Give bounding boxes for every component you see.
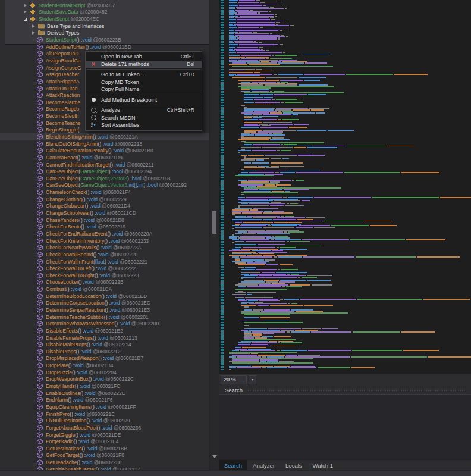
tab-analyzer[interactable]: Analyzer	[247, 460, 280, 471]
tree-row-method[interactable]: CheckForWallToLeft() : void @06002222	[0, 265, 209, 272]
tree-row-method[interactable]: DisableFemaleProps() : void @06002213	[0, 334, 209, 342]
tree-row-method[interactable]: ChangeClothing() : void @06002229	[0, 196, 209, 203]
tree-row-constructor[interactable]: StudentScript() : void @0600223B	[0, 36, 209, 43]
scrollbar-thumb[interactable]	[212, 211, 216, 234]
tree-row-method[interactable]: DropPlate() : void @060021B4	[0, 362, 209, 369]
tree-row-method[interactable]: ChooseLocker() : void @0600222B	[0, 279, 209, 286]
tree-row-method[interactable]: EmptyHands() : void @060021FC	[0, 383, 209, 390]
search-pane[interactable]: Search	[219, 385, 471, 459]
tab-locals[interactable]: Locals	[280, 460, 307, 471]
method-icon	[37, 155, 43, 161]
method-icon	[37, 65, 43, 71]
tree-row-folder[interactable]: Derived Types	[0, 30, 209, 37]
expander-icon[interactable]	[24, 17, 27, 21]
tree-row-method[interactable]: DropMisplacedWeapon() : void @060021B7	[0, 355, 209, 362]
tree-row-method[interactable]: DetermineCorpseLocation() : void @060021…	[0, 300, 209, 307]
method-icon	[37, 432, 43, 438]
tree-row-method[interactable]: EquipCleaningItems() : void @060021FF	[0, 403, 209, 411]
scroll-down-arrow-icon[interactable]	[212, 455, 217, 458]
tree-row-method[interactable]: ChameleonCheck() : void @060021F4	[0, 189, 209, 196]
tree-row-method[interactable]: CanSeeObject(GameObject, Vector3, int[],…	[0, 182, 209, 189]
menu-item-go-to-md-token-[interactable]: Go to MD Token...Ctrl+D	[86, 71, 202, 79]
tree-row-method[interactable]: EndAlarm() : void @060021F6	[0, 397, 209, 404]
expander-icon[interactable]	[32, 31, 35, 35]
tab-search[interactable]: Search	[219, 460, 247, 471]
tree-row-method[interactable]: DropPuzzle() : void @06002204	[0, 369, 209, 376]
dnspy-window: StudentPortraitScript @020004E7StudentSa…	[0, 0, 471, 476]
method-icon	[37, 314, 43, 320]
tree-row-method[interactable]: DetermineSenpaiReaction() : void @060021…	[0, 306, 209, 314]
tree-row-method[interactable]: Combust() : void @060021CA	[0, 286, 209, 293]
chevron-down-icon[interactable]: ▾	[249, 375, 256, 384]
menu-item-add-method-breakpoint[interactable]: Add Method Breakpoint	[86, 96, 202, 104]
menu-item-copy-md-token[interactable]: Copy MD Token	[86, 79, 202, 86]
tree-row-method[interactable]: DisableMaleProps() : void @06002214	[0, 341, 209, 348]
tree-row-method[interactable]: CheckForWallBehind() : void @06002220	[0, 251, 209, 258]
tree-row-method[interactable]: ForgetRadio() : void @060021E4	[0, 438, 209, 445]
method-icon	[37, 189, 43, 195]
tree-row-method[interactable]: DetermineBloodLocation() : void @060021E…	[0, 293, 209, 300]
tree-row-method[interactable]: DisableEffects() : void @060021E2	[0, 327, 209, 334]
tree-row-method[interactable]: CheckForWallInFront(float) : void @06002…	[0, 258, 209, 265]
tree-row-method[interactable]: ChangeSchoolwear() : void @060021CD	[0, 209, 209, 217]
zoom-level-combo[interactable]: 20 %	[221, 375, 247, 384]
tree-row-method[interactable]: CalculateReputationPenalty() : void @060…	[0, 147, 209, 154]
tree-row-method[interactable]: CheckForEndRaibaruEvent() : void @060022…	[0, 230, 209, 237]
tree-row-class[interactable]: StudentSaveData @02000482	[0, 9, 209, 16]
menu-item-label: Copy MD Token	[101, 79, 139, 85]
expander-icon[interactable]	[24, 4, 27, 7]
tree-row-method[interactable]: DisableProps() : void @06002212	[0, 348, 209, 355]
tab-watch-1[interactable]: Watch 1	[307, 460, 339, 471]
tree-row-method[interactable]: FixNullDestination() : void @060021AF	[0, 417, 209, 424]
menu-item-search-msdn[interactable]: Search MSDN	[86, 114, 202, 122]
tree-row-method[interactable]: BlendIntoSittingAnim() : void @0600221A	[0, 133, 209, 140]
menu-shortcut: Del	[187, 61, 202, 67]
tree-row-method[interactable]: DetermineTeacherSubtitle() : void @06002…	[0, 314, 209, 321]
menu-item-copy-full-name[interactable]: Copy Full Name	[86, 86, 202, 93]
method-icon	[37, 349, 43, 355]
tree-row-method[interactable]: ChangeClubwear() : void @060021D4	[0, 203, 209, 210]
tree-row-method[interactable]: CheckForKnifeInInventory() : void @06002…	[0, 237, 209, 245]
tree-row-method[interactable]: BlendOutOfSittingAnim() : void @06002218	[0, 140, 209, 148]
tree-row-method[interactable]: FinishPyro() : void @0600221E	[0, 411, 209, 418]
tree-row-method[interactable]: GetInitialStealthTarget() : void @060022…	[0, 466, 209, 470]
tree-scrollbar[interactable]	[209, 0, 219, 470]
tree-row-method[interactable]: GetHeadache() : void @06002238	[0, 459, 209, 466]
tree-row-method[interactable]: ChaseYandere() : void @060021B8	[0, 217, 209, 224]
tree-row-method[interactable]: CheckForBento() : void @06002219	[0, 224, 209, 231]
menu-item-sort-assemblies[interactable]: AZSort Assemblies	[86, 121, 202, 129]
class-icon	[30, 2, 36, 8]
expander-icon[interactable]	[24, 10, 27, 14]
tree-row-method[interactable]: CheckForNearbyWalls() : void @0600223A	[0, 244, 209, 251]
menu-item-open-in-new-tab[interactable]: Open in New TabCtrl+T	[86, 53, 202, 61]
tree-row-class[interactable]: StudentPortraitScript @020004E7	[0, 2, 209, 9]
method-icon	[37, 113, 43, 119]
method-icon	[37, 265, 43, 271]
tree-row-method[interactable]: CannotFindInfatuationTarget() : void @06…	[0, 161, 209, 168]
tree-row-method[interactable]: CheckForWallToRight() : void @06002223	[0, 272, 209, 279]
tree-row-class[interactable]: StudentScript @020004EC	[0, 15, 209, 23]
tree-row-method[interactable]: GetFoodTarget() : void @060021F8	[0, 452, 209, 459]
code-editor[interactable]	[219, 0, 471, 374]
tree-row-method[interactable]: DetermineWhatWasWitnessed() : void @0600…	[0, 320, 209, 327]
menu-separator	[87, 69, 200, 70]
tree-row-method[interactable]: CanSeeObject(GameObject) : bool @0600219…	[0, 168, 209, 175]
tree-row-method[interactable]: GetDestinations() : void @060021BB	[0, 445, 209, 452]
tree-row-method[interactable]: CameraReact() : void @060021D9	[0, 154, 209, 161]
menu-item-label: Copy Full Name	[101, 86, 140, 92]
tree-row-folder[interactable]: Base Type and Interfaces	[0, 23, 209, 30]
method-icon	[37, 404, 43, 410]
menu-item-delete-171-methods[interactable]: ×Delete 171 methodsDel	[86, 61, 202, 68]
method-icon	[37, 168, 43, 174]
tree-row-method[interactable]: DropWeaponInBox() : void @0600222C	[0, 376, 209, 383]
tree-row-method[interactable]: ForgetGiggle() : void @060021DE	[0, 431, 209, 439]
tree-row-method[interactable]: ForgetAboutBloodPool() : void @06002206	[0, 424, 209, 431]
method-icon	[37, 321, 43, 327]
menu-item-analyze[interactable]: AnalyzeCtrl+Shift+R	[86, 107, 202, 114]
method-icon	[37, 245, 43, 250]
tree-row-method[interactable]: EnableOutlines() : void @0600222E	[0, 390, 209, 397]
expander-icon[interactable]	[32, 24, 35, 28]
tree-row-method[interactable]: CanSeeObject(GameObject, Vector3) : bool…	[0, 175, 209, 182]
method-icon	[37, 466, 43, 470]
tree-row-method[interactable]: AddOutlineToHair() : void @060021BD	[0, 43, 209, 51]
